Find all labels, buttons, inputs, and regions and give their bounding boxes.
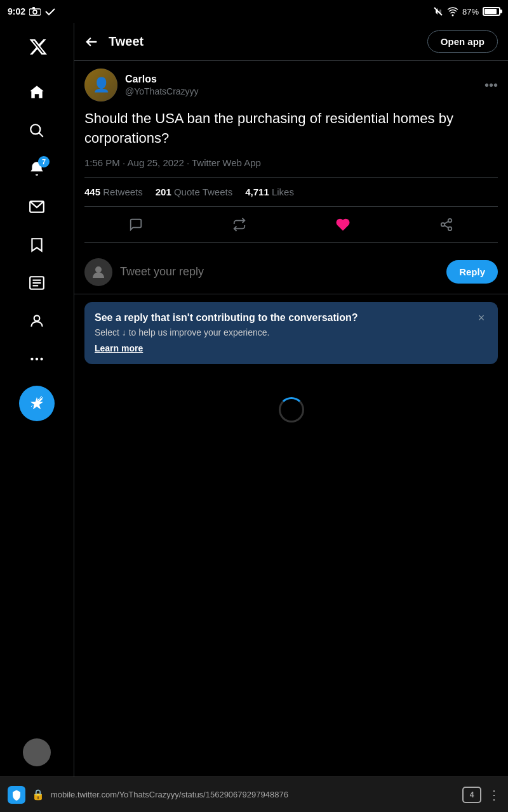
loading-area — [74, 372, 508, 448]
svg-point-1 — [33, 10, 37, 14]
compose-icon — [29, 396, 44, 411]
browser-more-options[interactable]: ⋮ — [488, 787, 500, 802]
wifi-icon — [447, 6, 458, 16]
tweet-author: 👤 Carlos @YoThatsCrazyyy ••• — [84, 69, 498, 102]
status-indicators: 87% — [433, 6, 500, 16]
twitter-logo[interactable] — [19, 29, 55, 67]
mail-icon — [29, 199, 45, 215]
loading-spinner — [279, 397, 304, 422]
svg-point-14 — [30, 358, 33, 360]
tweet-header: Tweet Open app — [74, 23, 508, 61]
sidebar-item-more[interactable] — [20, 343, 53, 376]
author-info: 👤 Carlos @YoThatsCrazyyy — [84, 69, 199, 102]
reply-area: Reply — [74, 251, 508, 294]
mute-icon — [433, 6, 443, 16]
reply-avatar — [84, 258, 112, 286]
banner-description: Select ↓ to help us improve your experie… — [95, 327, 488, 337]
svg-point-19 — [448, 226, 451, 230]
profile-icon — [29, 313, 45, 329]
tweet-actions — [84, 207, 498, 243]
reply-action[interactable] — [122, 211, 150, 239]
svg-line-20 — [444, 225, 448, 228]
header-left: Tweet — [84, 34, 144, 49]
svg-point-16 — [40, 358, 43, 360]
heart-icon — [336, 218, 350, 232]
browser-tab-count[interactable]: 4 — [462, 787, 481, 803]
status-time: 9:02 — [8, 6, 56, 16]
svg-line-7 — [39, 133, 43, 137]
sidebar-item-lists[interactable] — [20, 266, 53, 299]
browser-shield-icon — [8, 786, 25, 804]
profile-circle — [23, 738, 51, 766]
retweet-action[interactable] — [225, 211, 253, 239]
learn-more-link[interactable]: Learn more — [95, 343, 143, 353]
sidebar-item-home[interactable] — [20, 76, 53, 109]
battery-percentage: 87% — [462, 7, 479, 16]
quote-stat[interactable]: 201 Quote Tweets — [156, 187, 232, 197]
svg-point-13 — [34, 315, 40, 321]
quality-banner: See a reply that isn't contributing to t… — [84, 302, 498, 364]
author-text: Carlos @YoThatsCrazyyy — [125, 74, 199, 96]
retweet-label: Retweets — [103, 187, 143, 197]
svg-rect-4 — [439, 10, 441, 13]
share-action[interactable] — [432, 211, 460, 239]
reply-input[interactable] — [120, 265, 439, 278]
time-display: 9:02 — [8, 6, 25, 16]
quote-count: 201 — [156, 187, 171, 197]
home-icon — [29, 84, 45, 101]
retweet-stat[interactable]: 445 Retweets — [84, 187, 143, 197]
reply-avatar-icon — [91, 265, 106, 280]
comment-icon — [129, 218, 143, 232]
check-icon — [44, 7, 56, 16]
notification-count: 7 — [38, 156, 50, 167]
browser-url: mobile.twitter.com/YoThatsCrazyyy/status… — [51, 790, 456, 799]
sidebar-item-profile[interactable] — [20, 304, 53, 337]
svg-point-5 — [451, 15, 453, 16]
tweet-body: 👤 Carlos @YoThatsCrazyyy ••• Should the … — [74, 61, 508, 251]
reply-button[interactable]: Reply — [446, 260, 498, 284]
lock-icon: 🔒 — [32, 789, 44, 801]
tweet-stats: 445 Retweets 201 Quote Tweets 4,711 Like… — [84, 187, 498, 207]
like-stat[interactable]: 4,711 Likes — [245, 187, 294, 197]
sidebar: 7 — [0, 23, 74, 776]
sidebar-item-bookmarks[interactable] — [20, 228, 53, 261]
bookmark-icon — [29, 237, 45, 253]
quote-label: Quote Tweets — [174, 187, 232, 197]
shield-icon — [11, 789, 22, 801]
status-bar: 9:02 87% — [0, 0, 508, 23]
back-button[interactable] — [84, 35, 98, 49]
open-app-button[interactable]: Open app — [427, 30, 498, 53]
page-title: Tweet — [109, 34, 144, 49]
svg-point-15 — [36, 358, 38, 360]
like-label: Likes — [272, 187, 294, 197]
compose-button[interactable] — [19, 386, 55, 421]
banner-title: See a reply that isn't contributing to t… — [95, 312, 488, 324]
share-icon — [439, 218, 453, 232]
camera-icon — [29, 7, 41, 16]
author-avatar[interactable]: 👤 — [84, 69, 117, 102]
author-name: Carlos — [125, 74, 199, 85]
list-icon — [29, 275, 45, 291]
sidebar-profile-avatar[interactable] — [23, 738, 51, 766]
banner-close-button[interactable]: × — [472, 310, 490, 327]
svg-rect-2 — [32, 7, 35, 10]
author-handle: @YoThatsCrazyyy — [125, 86, 199, 96]
retweet-icon — [232, 218, 246, 232]
main-content: Tweet Open app 👤 Carlos @YoThatsCrazyyy … — [74, 23, 508, 776]
svg-line-21 — [444, 221, 448, 224]
more-icon — [29, 351, 45, 367]
svg-point-6 — [30, 124, 40, 134]
tweet-timestamp: 1:56 PM · Aug 25, 2022 · Twitter Web App — [84, 157, 498, 178]
tweet-more-options[interactable]: ••• — [485, 78, 498, 93]
tweet-text: Should the USA ban the purchasing of res… — [84, 109, 498, 148]
battery-icon — [483, 7, 500, 16]
svg-point-22 — [95, 266, 102, 273]
back-icon — [84, 35, 98, 49]
like-action[interactable] — [329, 211, 357, 239]
retweet-count: 445 — [84, 187, 100, 197]
sidebar-item-search[interactable] — [20, 114, 53, 147]
browser-bar: 🔒 mobile.twitter.com/YoThatsCrazyyy/stat… — [0, 776, 508, 812]
svg-point-17 — [448, 218, 451, 222]
sidebar-item-notifications[interactable]: 7 — [20, 152, 53, 185]
sidebar-item-messages[interactable] — [20, 190, 53, 223]
